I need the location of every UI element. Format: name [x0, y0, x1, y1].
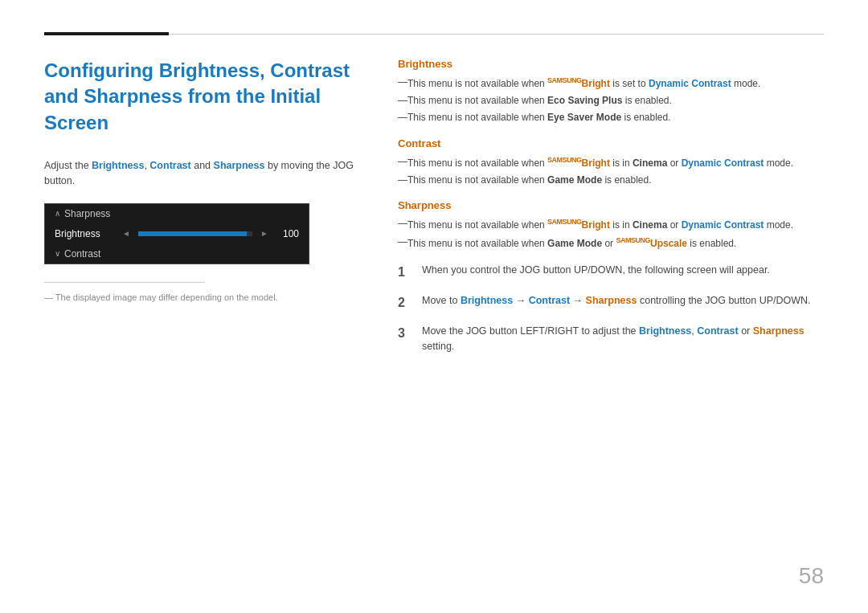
contrast-note-1: This menu is not available when SAMSUNGB… [398, 154, 824, 171]
step2-contrast: Contrast [529, 295, 570, 306]
magic-brand-1: SAMSUNG [547, 76, 582, 84]
game-mode-2: Game Mode [547, 238, 602, 249]
step2-sharpness: Sharpness [586, 295, 637, 306]
osd-row-brightness: Brightness ◄ ► 100 [45, 223, 309, 244]
steps-list: 1 When you control the JOG button UP/DOW… [398, 263, 824, 354]
step-num-2: 2 [398, 293, 412, 313]
cinema-1: Cinema [633, 157, 667, 169]
step-3: 3 Move the JOG button LEFT/RIGHT to adju… [398, 324, 824, 354]
brightness-note-1: This menu is not available when SAMSUNGB… [398, 75, 824, 92]
contrast-section: Contrast This menu is not available when… [398, 137, 824, 188]
sharpness-note-1: This menu is not available when SAMSUNGB… [398, 216, 824, 233]
footnote: — The displayed image may differ dependi… [44, 292, 358, 302]
osd-sharpness-label: Sharpness [64, 208, 299, 219]
page-container: Configuring Brightness, Contrast and Sha… [0, 0, 868, 613]
right-column: Brightness This menu is not available wh… [398, 58, 824, 366]
magic-bright-1: Bright [582, 78, 610, 89]
sharpness-heading: Sharpness [398, 199, 824, 211]
osd-brightness-label: Brightness [55, 228, 119, 239]
chevron-down-icon: ∨ [55, 249, 60, 258]
magic-bright-2: Bright [582, 157, 610, 169]
brightness-heading: Brightness [398, 58, 824, 70]
rule-right [169, 34, 824, 35]
content-columns: Configuring Brightness, Contrast and Sha… [44, 58, 824, 366]
step-2: 2 Move to Brightness → Contrast → Sharpn… [398, 293, 824, 313]
magic-brand-3: SAMSUNG [547, 218, 582, 226]
magic-bright-3: Bright [582, 219, 610, 231]
osd-arrow-right-icon: ► [260, 229, 268, 238]
intro-contrast: Contrast [149, 160, 190, 171]
magic-brand-2: SAMSUNG [547, 156, 582, 164]
osd-contrast-label: Contrast [64, 248, 299, 260]
top-rules [44, 32, 824, 35]
step-num-3: 3 [398, 324, 412, 354]
magic-upscale: Upscale [650, 238, 687, 249]
eye-saver: Eye Saver Mode [547, 112, 621, 123]
eco-saving: Eco Saving Plus [547, 95, 622, 106]
left-column: Configuring Brightness, Contrast and Sha… [44, 58, 358, 366]
game-mode-1: Game Mode [547, 174, 602, 186]
brightness-section: Brightness This menu is not available wh… [398, 58, 824, 126]
main-title: Configuring Brightness, Contrast and Sha… [44, 58, 358, 136]
osd-slider-fill [138, 231, 247, 236]
step-text-3: Move the JOG button LEFT/RIGHT to adjust… [422, 324, 824, 354]
intro-brightness: Brightness [92, 160, 144, 171]
step-text-1: When you control the JOG button UP/DOWN,… [422, 263, 770, 282]
page-number: 58 [799, 563, 824, 589]
rule-left [44, 32, 169, 35]
divider [44, 282, 205, 283]
contrast-heading: Contrast [398, 137, 824, 149]
osd-slider-track [138, 231, 252, 236]
osd-slider-value: 100 [276, 228, 299, 239]
brightness-note-3: This menu is not available when Eye Save… [398, 110, 824, 125]
step-1: 1 When you control the JOG button UP/DOW… [398, 263, 824, 282]
step2-brightness: Brightness [461, 295, 513, 306]
step-num-1: 1 [398, 263, 412, 282]
step-text-2: Move to Brightness → Contrast → Sharpnes… [422, 293, 811, 313]
contrast-note-2: This menu is not available when Game Mod… [398, 173, 824, 188]
dynamic-contrast-1: Dynamic Contrast [649, 78, 731, 89]
osd-arrow-left-icon: ◄ [122, 229, 130, 238]
step3-contrast: Contrast [697, 325, 738, 337]
brightness-note-2: This menu is not available when Eco Savi… [398, 93, 824, 108]
chevron-up-icon: ∧ [55, 209, 60, 218]
dynamic-contrast-2: Dynamic Contrast [682, 157, 764, 169]
sharpness-section: Sharpness This menu is not available whe… [398, 199, 824, 251]
step3-sharpness: Sharpness [753, 325, 805, 337]
dynamic-contrast-3: Dynamic Contrast [682, 219, 764, 231]
osd-row-contrast: ∨ Contrast [45, 244, 309, 264]
intro-text: Adjust the Brightness, Contrast and Shar… [44, 158, 358, 189]
magic-brand-4: SAMSUNG [616, 236, 650, 244]
sharpness-note-2: This menu is not available when Game Mod… [398, 235, 824, 251]
intro-sharpness: Sharpness [214, 160, 265, 171]
step3-brightness: Brightness [639, 325, 691, 337]
osd-menu: ∧ Sharpness Brightness ◄ ► 100 ∨ Contras… [44, 203, 309, 264]
cinema-2: Cinema [633, 219, 667, 231]
osd-row-sharpness: ∧ Sharpness [45, 204, 309, 223]
